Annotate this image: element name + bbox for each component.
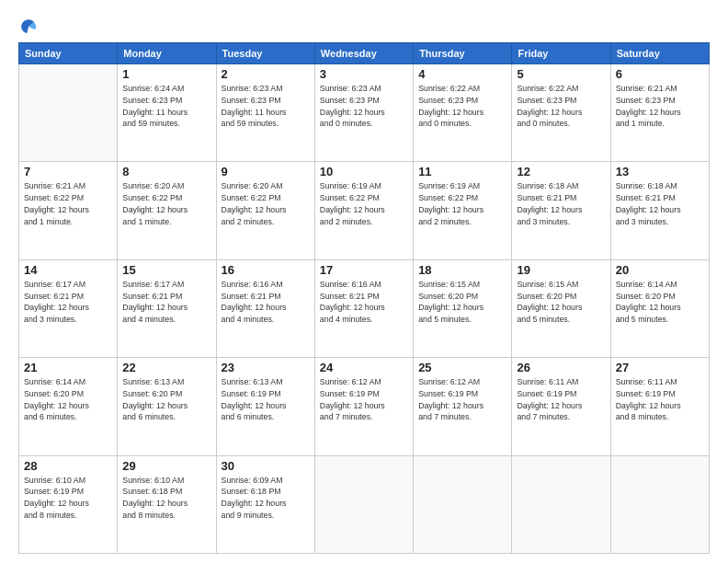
day-info: Sunrise: 6:14 AM Sunset: 6:20 PM Dayligh… — [24, 376, 112, 423]
calendar-cell: 17Sunrise: 6:16 AM Sunset: 6:21 PM Dayli… — [314, 259, 413, 357]
day-info: Sunrise: 6:19 AM Sunset: 6:22 PM Dayligh… — [418, 180, 506, 227]
day-info: Sunrise: 6:13 AM Sunset: 6:19 PM Dayligh… — [222, 376, 310, 423]
calendar-cell: 26Sunrise: 6:11 AM Sunset: 6:19 PM Dayli… — [512, 358, 610, 455]
day-info: Sunrise: 6:12 AM Sunset: 6:19 PM Dayligh… — [320, 376, 408, 423]
day-number: 18 — [418, 263, 506, 277]
calendar-header-row: SundayMondayTuesdayWednesdayThursdayFrid… — [19, 43, 710, 64]
day-info: Sunrise: 6:18 AM Sunset: 6:21 PM Dayligh… — [616, 180, 704, 227]
day-number: 12 — [517, 165, 605, 178]
day-info: Sunrise: 6:09 AM Sunset: 6:18 PM Dayligh… — [222, 475, 310, 522]
day-number: 17 — [320, 263, 408, 277]
day-number: 20 — [616, 263, 704, 277]
day-number: 19 — [517, 263, 605, 277]
day-info: Sunrise: 6:21 AM Sunset: 6:22 PM Dayligh… — [24, 180, 112, 227]
calendar-cell: 7Sunrise: 6:21 AM Sunset: 6:22 PM Daylig… — [19, 162, 118, 259]
day-info: Sunrise: 6:21 AM Sunset: 6:23 PM Dayligh… — [616, 83, 704, 130]
calendar-cell: 8Sunrise: 6:20 AM Sunset: 6:22 PM Daylig… — [118, 162, 216, 259]
day-number: 21 — [24, 361, 112, 374]
calendar-cell: 21Sunrise: 6:14 AM Sunset: 6:20 PM Dayli… — [19, 358, 118, 455]
calendar: SundayMondayTuesdayWednesdayThursdayFrid… — [18, 42, 710, 554]
day-info: Sunrise: 6:19 AM Sunset: 6:22 PM Dayligh… — [320, 180, 408, 227]
calendar-cell: 29Sunrise: 6:10 AM Sunset: 6:18 PM Dayli… — [118, 455, 216, 553]
calendar-cell: 20Sunrise: 6:14 AM Sunset: 6:20 PM Dayli… — [610, 259, 709, 357]
day-info: Sunrise: 6:14 AM Sunset: 6:20 PM Dayligh… — [616, 279, 704, 326]
calendar-cell: 10Sunrise: 6:19 AM Sunset: 6:22 PM Dayli… — [314, 162, 413, 259]
day-number: 6 — [616, 67, 704, 81]
calendar-cell — [610, 455, 709, 553]
day-number: 10 — [320, 165, 408, 178]
day-number: 7 — [24, 165, 112, 178]
day-number: 29 — [122, 459, 210, 473]
day-info: Sunrise: 6:20 AM Sunset: 6:22 PM Dayligh… — [122, 180, 210, 227]
logo — [18, 17, 42, 37]
calendar-cell — [19, 64, 118, 162]
calendar-cell: 28Sunrise: 6:10 AM Sunset: 6:19 PM Dayli… — [19, 455, 118, 553]
calendar-week-row: 14Sunrise: 6:17 AM Sunset: 6:21 PM Dayli… — [19, 259, 710, 357]
day-number: 9 — [222, 165, 310, 178]
day-info: Sunrise: 6:10 AM Sunset: 6:19 PM Dayligh… — [24, 475, 112, 522]
day-number: 14 — [24, 263, 112, 277]
day-header-saturday: Saturday — [610, 43, 709, 64]
calendar-cell: 1Sunrise: 6:24 AM Sunset: 6:23 PM Daylig… — [118, 64, 216, 162]
day-info: Sunrise: 6:20 AM Sunset: 6:22 PM Dayligh… — [222, 180, 310, 227]
day-number: 22 — [122, 361, 210, 374]
calendar-cell: 3Sunrise: 6:23 AM Sunset: 6:23 PM Daylig… — [314, 64, 413, 162]
day-number: 5 — [517, 67, 605, 81]
day-info: Sunrise: 6:22 AM Sunset: 6:23 PM Dayligh… — [418, 83, 506, 130]
day-info: Sunrise: 6:12 AM Sunset: 6:19 PM Dayligh… — [418, 376, 506, 423]
calendar-cell: 27Sunrise: 6:11 AM Sunset: 6:19 PM Dayli… — [610, 358, 709, 455]
calendar-cell — [414, 455, 512, 553]
day-number: 15 — [122, 263, 210, 277]
day-header-thursday: Thursday — [414, 43, 512, 64]
day-number: 23 — [222, 361, 310, 374]
calendar-cell: 13Sunrise: 6:18 AM Sunset: 6:21 PM Dayli… — [610, 162, 709, 259]
calendar-week-row: 1Sunrise: 6:24 AM Sunset: 6:23 PM Daylig… — [19, 64, 710, 162]
day-info: Sunrise: 6:10 AM Sunset: 6:18 PM Dayligh… — [122, 475, 210, 522]
day-info: Sunrise: 6:22 AM Sunset: 6:23 PM Dayligh… — [517, 83, 605, 130]
calendar-cell: 15Sunrise: 6:17 AM Sunset: 6:21 PM Dayli… — [118, 259, 216, 357]
day-info: Sunrise: 6:11 AM Sunset: 6:19 PM Dayligh… — [517, 376, 605, 423]
calendar-cell: 30Sunrise: 6:09 AM Sunset: 6:18 PM Dayli… — [216, 455, 314, 553]
calendar-week-row: 21Sunrise: 6:14 AM Sunset: 6:20 PM Dayli… — [19, 358, 710, 455]
day-info: Sunrise: 6:18 AM Sunset: 6:21 PM Dayligh… — [517, 180, 605, 227]
calendar-cell: 4Sunrise: 6:22 AM Sunset: 6:23 PM Daylig… — [414, 64, 512, 162]
calendar-cell: 24Sunrise: 6:12 AM Sunset: 6:19 PM Dayli… — [314, 358, 413, 455]
day-number: 16 — [222, 263, 310, 277]
day-info: Sunrise: 6:17 AM Sunset: 6:21 PM Dayligh… — [24, 279, 112, 326]
day-number: 24 — [320, 361, 408, 374]
calendar-cell: 18Sunrise: 6:15 AM Sunset: 6:20 PM Dayli… — [414, 259, 512, 357]
calendar-cell: 23Sunrise: 6:13 AM Sunset: 6:19 PM Dayli… — [216, 358, 314, 455]
day-number: 25 — [418, 361, 506, 374]
day-info: Sunrise: 6:24 AM Sunset: 6:23 PM Dayligh… — [122, 83, 210, 130]
day-info: Sunrise: 6:15 AM Sunset: 6:20 PM Dayligh… — [517, 279, 605, 326]
day-info: Sunrise: 6:17 AM Sunset: 6:21 PM Dayligh… — [122, 279, 210, 326]
calendar-cell: 5Sunrise: 6:22 AM Sunset: 6:23 PM Daylig… — [512, 64, 610, 162]
day-info: Sunrise: 6:16 AM Sunset: 6:21 PM Dayligh… — [320, 279, 408, 326]
day-number: 26 — [517, 361, 605, 374]
day-number: 27 — [616, 361, 704, 374]
calendar-cell: 6Sunrise: 6:21 AM Sunset: 6:23 PM Daylig… — [610, 64, 709, 162]
calendar-week-row: 7Sunrise: 6:21 AM Sunset: 6:22 PM Daylig… — [19, 162, 710, 259]
calendar-cell — [512, 455, 610, 553]
calendar-cell: 12Sunrise: 6:18 AM Sunset: 6:21 PM Dayli… — [512, 162, 610, 259]
day-info: Sunrise: 6:23 AM Sunset: 6:23 PM Dayligh… — [320, 83, 408, 130]
day-number: 3 — [320, 67, 408, 81]
day-info: Sunrise: 6:13 AM Sunset: 6:20 PM Dayligh… — [122, 376, 210, 423]
day-header-tuesday: Tuesday — [216, 43, 314, 64]
day-number: 30 — [222, 459, 310, 473]
calendar-week-row: 28Sunrise: 6:10 AM Sunset: 6:19 PM Dayli… — [19, 455, 710, 553]
calendar-cell: 14Sunrise: 6:17 AM Sunset: 6:21 PM Dayli… — [19, 259, 118, 357]
day-number: 8 — [122, 165, 210, 178]
day-header-sunday: Sunday — [19, 43, 118, 64]
day-number: 28 — [24, 459, 112, 473]
calendar-cell: 11Sunrise: 6:19 AM Sunset: 6:22 PM Dayli… — [414, 162, 512, 259]
day-info: Sunrise: 6:16 AM Sunset: 6:21 PM Dayligh… — [222, 279, 310, 326]
calendar-cell — [314, 455, 413, 553]
page: SundayMondayTuesdayWednesdayThursdayFrid… — [0, 0, 728, 563]
calendar-cell: 25Sunrise: 6:12 AM Sunset: 6:19 PM Dayli… — [414, 358, 512, 455]
day-header-wednesday: Wednesday — [314, 43, 413, 64]
calendar-cell: 9Sunrise: 6:20 AM Sunset: 6:22 PM Daylig… — [216, 162, 314, 259]
logo-icon — [18, 17, 39, 37]
calendar-cell: 22Sunrise: 6:13 AM Sunset: 6:20 PM Dayli… — [118, 358, 216, 455]
day-number: 13 — [616, 165, 704, 178]
